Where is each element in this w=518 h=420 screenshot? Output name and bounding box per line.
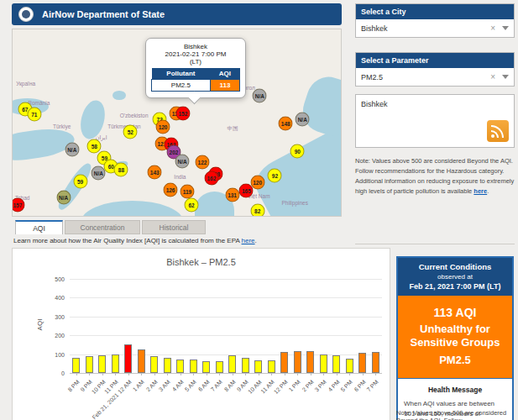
map-water-sea-of-japan <box>297 71 342 141</box>
chart-bar <box>216 361 223 373</box>
aqi-map[interactable]: УкраїнаRomâniaTürkiyeO'zbekistonTürkmeni… <box>12 29 342 217</box>
aqi-value: 113 AQI <box>403 306 507 319</box>
chart-gridline <box>70 317 382 318</box>
note-body: Note: Values above 500 are considered Be… <box>355 157 514 195</box>
popup-datetime: 2021-02-21 7:00 PM <box>151 50 240 58</box>
aqi-marker[interactable]: N/A <box>296 113 310 127</box>
aqi-marker[interactable]: 119 <box>181 184 195 198</box>
aqi-marker[interactable]: 162 <box>204 171 218 185</box>
chart-x-tick <box>181 373 181 375</box>
chart-x-tick <box>89 373 90 375</box>
chart-x-tick <box>375 373 376 375</box>
chart-x-tick <box>154 373 155 375</box>
aqi-marker[interactable]: N/A <box>92 165 106 180</box>
map-popup[interactable]: Bishkek 2021-02-21 7:00 PM (LT) Pollutan… <box>145 38 246 98</box>
aqi-marker[interactable]: 62 <box>185 197 199 212</box>
learn-more-body: Learn more about how the Air Quality Ind… <box>13 237 242 244</box>
chart-x-tick <box>349 373 350 375</box>
chart-bar <box>228 355 236 373</box>
tab-concentration[interactable]: Concentration <box>65 220 140 234</box>
aqi-marker[interactable]: N/A <box>56 190 71 204</box>
chart-y-tick-label: 400 <box>39 295 65 301</box>
learn-more-period: . <box>255 237 257 244</box>
parameter-select-box: Select a Parameter PM2.5 × <box>355 52 515 87</box>
aqi-marker[interactable]: 143 <box>148 165 162 180</box>
aqi-marker[interactable]: 126 <box>164 182 178 197</box>
note-here-link[interactable]: here <box>474 187 487 195</box>
aqi-marker[interactable]: 122 <box>195 155 209 170</box>
tab-aqi[interactable]: AQI <box>15 220 63 234</box>
chart-y-axis-label: AQI <box>36 319 44 331</box>
chart-x-tick <box>167 373 168 375</box>
rss-icon[interactable] <box>487 120 509 142</box>
chart-bar <box>280 352 288 373</box>
chart-bar <box>190 360 197 373</box>
rss-feed-box: Bishkek <box>355 94 515 148</box>
learn-more-text: Learn more about how the Air Quality Ind… <box>13 237 257 244</box>
chart-bar <box>306 351 314 373</box>
chart-bar <box>98 355 106 373</box>
aqi-marker[interactable]: 165 <box>239 184 254 198</box>
popup-table: Pollutant AQI PM2.5 113 <box>151 68 240 92</box>
map-place-label: Philippines <box>282 200 308 206</box>
app-title: AirNow Department of State <box>42 9 165 19</box>
chart-title: Bishkek – PM2.5 <box>13 257 390 267</box>
chevron-down-icon[interactable] <box>502 26 509 30</box>
aqi-marker[interactable]: 82 <box>250 204 264 218</box>
aqi-marker[interactable]: 152 <box>175 106 190 120</box>
chart-gridline <box>70 279 382 280</box>
map-water-arabian-sea <box>81 201 183 217</box>
aqi-note-text: Note: Values above 500 are considered Be… <box>355 156 515 197</box>
popup-pollutant-value: PM2.5 <box>152 80 211 92</box>
aqi-marker[interactable]: N/A <box>253 89 267 103</box>
chart-bar <box>202 361 210 373</box>
parameter-select[interactable]: PM2.5 × <box>356 68 514 86</box>
aqi-marker[interactable]: 71 <box>27 108 41 122</box>
chart-x-tick <box>219 373 220 375</box>
chart-x-tick <box>102 373 103 375</box>
city-select-header: Select a City <box>356 4 514 19</box>
chart-bar <box>332 355 340 373</box>
bottom-note-text: Note: Values above 500 are considered Be… <box>396 409 514 420</box>
chart-x-tick <box>207 373 207 375</box>
aqi-marker[interactable]: 90 <box>290 144 305 158</box>
parameter-select-header: Select a Parameter <box>356 53 514 68</box>
clear-parameter-icon[interactable]: × <box>490 72 495 81</box>
aqi-marker[interactable]: 59 <box>73 174 87 188</box>
aqi-marker[interactable]: 157 <box>12 197 24 212</box>
chart-bar <box>72 358 80 373</box>
aqi-marker[interactable]: 148 <box>279 117 293 131</box>
tab-historical[interactable]: Historical <box>142 220 206 234</box>
map-place-label: O'zbekiston <box>120 113 149 118</box>
aqi-marker[interactable]: 88 <box>114 162 128 176</box>
chart-bar <box>320 354 327 373</box>
chart-y-tick-label: 100 <box>39 351 65 357</box>
popup-col-pollutant: Pollutant <box>152 68 211 80</box>
map-place-label: India <box>174 174 186 180</box>
aqi-marker[interactable]: 92 <box>268 169 282 183</box>
aqi-marker[interactable]: 131 <box>225 187 239 202</box>
epa-here-link[interactable]: here <box>242 237 255 244</box>
chart-gridline <box>70 335 382 336</box>
chart-y-tick-label: 0 <box>39 370 65 376</box>
aqi-marker[interactable]: N/A <box>175 154 190 168</box>
health-message-title: Health Message <box>404 386 506 394</box>
aqi-category: Unhealthy for Sensitive Groups <box>403 323 507 350</box>
aqi-marker[interactable]: 52 <box>123 125 138 139</box>
chart-x-tick <box>193 373 194 375</box>
aqi-marker[interactable]: 120 <box>156 120 170 134</box>
chevron-down-icon[interactable] <box>502 75 509 79</box>
chart-bar <box>268 360 275 373</box>
chart-x-tick <box>233 373 233 375</box>
chart-bar <box>112 354 119 373</box>
city-select-box: Select a City Bishkek × <box>355 3 515 38</box>
clear-city-icon[interactable]: × <box>490 24 495 33</box>
city-select[interactable]: Bishkek × <box>356 19 514 37</box>
aqi-marker[interactable]: 58 <box>87 139 102 153</box>
chart-gridline <box>70 373 382 374</box>
aqi-marker[interactable]: N/A <box>65 142 79 156</box>
map-water-aral <box>112 91 126 100</box>
chart-bar <box>372 352 379 373</box>
chart-bar <box>164 358 171 373</box>
chart-y-tick-label: 500 <box>39 276 65 282</box>
